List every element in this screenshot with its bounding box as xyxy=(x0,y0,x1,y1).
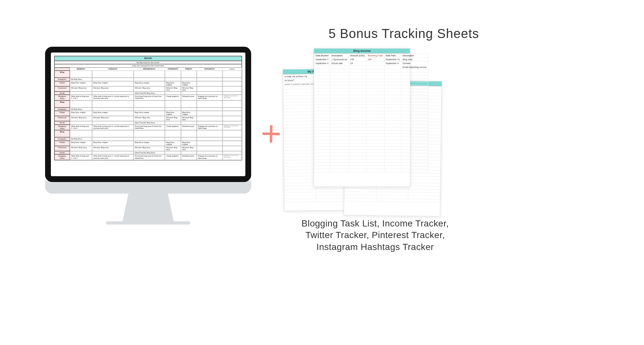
planner-cell xyxy=(165,101,181,108)
planner-cell: Blog Story snippet xyxy=(70,141,92,146)
planner-cell: My Blog Story xyxy=(70,108,92,111)
income-cell: September 2 xyxy=(314,58,330,62)
planner-cell: Proof read blog posts & insert into Word… xyxy=(134,154,165,160)
planner-cell: Blog Story snippet xyxy=(92,81,134,86)
bonus-caption: Blogging Task List, Income Tracker, Twit… xyxy=(290,218,460,253)
income-cell: 150 xyxy=(349,58,366,62)
row-head-twitter: Twitter xyxy=(54,81,70,86)
planner-cell: Mirrored: Blog story xyxy=(70,116,92,121)
row-head-blog: Blog xyxy=(54,71,70,78)
planner-cell xyxy=(70,71,92,78)
planner-cell xyxy=(165,108,181,111)
planner-cell: Write draft of blog post 4 + email seque… xyxy=(92,95,134,100)
planner-cell xyxy=(223,111,242,116)
monitor-frame: MonthMy Big Goal for the month:write you… xyxy=(45,47,251,182)
planner-cell xyxy=(223,81,242,86)
planner-cell xyxy=(92,151,134,155)
planner-cell: Engage and comment on other blogs xyxy=(197,95,223,100)
planner-cell xyxy=(92,108,134,111)
planner-cell: Mirrored: Blog story xyxy=(134,116,165,121)
monitor-screen: MonthMy Big Goal for the month:write you… xyxy=(51,53,245,176)
row-head-facebook: Facebook xyxy=(54,146,70,151)
income-cell: September 4 xyxy=(314,62,330,65)
planner-cell xyxy=(223,121,242,125)
planner-cell xyxy=(197,91,223,95)
planner-cell xyxy=(165,137,181,141)
planner-cell: Schedule posts xyxy=(181,154,197,160)
row-head-email: Email xyxy=(54,121,70,125)
monitor-stand xyxy=(122,193,174,222)
planner-cell: Blog Story snippet xyxy=(165,111,181,116)
income-col-head: Description xyxy=(330,54,349,58)
planner-cell xyxy=(223,116,242,121)
income-sheet: Blog Income Date BookedDescriptionAmount… xyxy=(314,48,410,187)
planner-cell: Mirrored: Blog story xyxy=(92,146,134,151)
planner-cell: Blog Story snippet xyxy=(70,81,92,86)
planner-cell xyxy=(134,137,165,141)
monitor-mockup: MonthMy Big Goal for the month:write you… xyxy=(45,47,251,225)
row-head-instagram: Instagram xyxy=(54,78,70,81)
row-head-blog: Blog xyxy=(54,101,70,108)
planner-cell: Mirrored: Blog story xyxy=(134,146,165,151)
planner-cell: Blog Story snippet xyxy=(134,111,165,116)
planner-cell: Write draft of blog post 4 + email seque… xyxy=(92,125,134,130)
planner-cell xyxy=(70,101,92,108)
planner-cell xyxy=(197,130,223,137)
planner-cell: Mirrored: Blog story xyxy=(165,116,181,121)
planner-cell xyxy=(223,101,242,108)
planner-cell: Create graphics xyxy=(165,125,181,130)
income-cell: Blog host xyxy=(401,58,428,62)
planner-cell: [New Post] My Blog Story xyxy=(134,91,165,95)
planner-cell xyxy=(165,71,181,78)
planner-cell xyxy=(197,111,223,116)
planner-cell: Write draft of blog post 1, 2 & 3 xyxy=(70,154,92,160)
planner-cell xyxy=(197,141,223,146)
plus-icon: + xyxy=(260,112,282,154)
income-cell: 169 xyxy=(366,58,384,62)
planner-cell: Mirrored: Blog story xyxy=(92,116,134,121)
income-col-head: Amount (USD) xyxy=(349,54,366,58)
planner-cell xyxy=(223,108,242,111)
income-cell: 19 xyxy=(349,62,366,65)
monitor-chin xyxy=(45,181,251,194)
planner-cell: Blog Story snippet xyxy=(70,111,92,116)
income-cell xyxy=(366,62,384,65)
planner-cell xyxy=(92,78,134,81)
income-cell: September 31 xyxy=(384,58,401,62)
income-cell: Ebook sale xyxy=(330,62,349,65)
planner-cell xyxy=(197,151,223,155)
planner-cell: Blog Story snippet xyxy=(92,141,134,146)
income-sheet-table: Date BookedDescriptionAmount (USD)Runnin… xyxy=(314,53,428,172)
planner-cell xyxy=(223,141,242,146)
income-cell xyxy=(349,65,366,69)
planner-cell xyxy=(165,78,181,81)
planner-cell: Blog Story snippet xyxy=(92,111,134,116)
caption-line-2: Twitter Tracker, Pinterest Tracker, xyxy=(306,230,445,240)
planner-cell xyxy=(165,130,181,137)
planner-cell: Create graphics xyxy=(165,95,181,100)
planner-cell xyxy=(223,146,242,151)
planner-cell xyxy=(223,130,242,137)
row-head-blog: Blog xyxy=(54,130,70,137)
planner-cell: Blog Story snippet xyxy=(165,141,181,146)
income-cell xyxy=(330,65,349,69)
planner-cell: Engage and comment on other blogs xyxy=(197,125,223,130)
planner-cell: Mirrored: Blog story xyxy=(165,146,181,151)
planner-cell xyxy=(197,121,223,125)
planner-cell xyxy=(181,151,197,155)
planner-sheet: MonthMy Big Goal for the month:write you… xyxy=(54,56,242,160)
planner-cell xyxy=(92,71,134,78)
income-cell xyxy=(366,65,384,69)
income-cell: September 4 xyxy=(384,62,401,65)
planner-cell: My Blog Story xyxy=(70,78,92,81)
planner-cell xyxy=(223,151,242,155)
planner-cell xyxy=(134,101,165,108)
income-col-head: Date Paid xyxy=(384,54,401,58)
income-sheet-title: Blog Income xyxy=(314,49,410,53)
planner-cell xyxy=(165,121,181,125)
planner-cell: Mirrored: Blog story xyxy=(165,86,181,91)
row-head-twitter: Twitter xyxy=(54,141,70,146)
planner-cell xyxy=(181,101,197,108)
planner-cell: [New Post] My Blog Story xyxy=(134,121,165,125)
planner-cell: Schedule posts xyxy=(181,95,197,100)
